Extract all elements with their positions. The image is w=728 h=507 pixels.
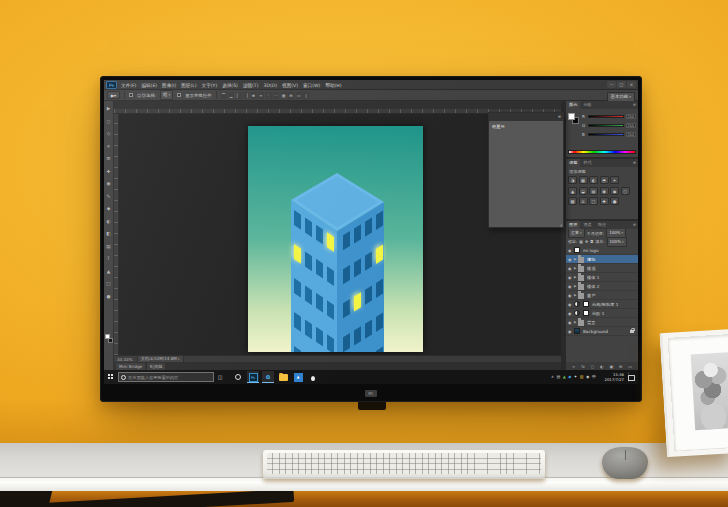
taskbar-app-cortana-circle[interactable] [232,371,244,383]
tray-icon-2[interactable]: ▲ [563,370,566,384]
panel-menu-icon[interactable]: ≡ [558,113,561,121]
adjustment-icon-0-4[interactable]: ✦ [610,176,619,184]
tool-7-icon[interactable]: ✎ [104,191,114,204]
tray-icon-3[interactable]: ◆ [568,370,571,384]
workspace-switcher-button[interactable]: 基本功能 [607,92,635,102]
layer-row-5[interactable]: ◉▶窗户 [566,291,638,300]
menu-item-4[interactable]: 文字(Y) [202,83,218,88]
tool-14-icon[interactable]: □ [104,278,114,291]
adjustment-icon-2-2[interactable]: □ [589,197,598,205]
tool-12-icon[interactable]: T [104,253,114,266]
color-spectrum-ramp[interactable] [568,150,636,155]
channel-value[interactable]: 255 [626,132,636,138]
layer-row-9[interactable]: ◉Background [566,327,638,336]
taskbar-app-edge[interactable]: e [262,371,274,383]
adjustment-icon-2-4[interactable]: ● [610,197,619,205]
align-button-7[interactable]: ⋯ [273,92,279,99]
show-transform-checkbox[interactable] [177,93,181,97]
tray-icon-4[interactable]: ✦ [574,370,577,384]
taskbar-clock[interactable]: 15:38 2017/7/27 [598,372,624,382]
menu-item-10[interactable]: 帮助(H) [325,83,341,88]
align-button-3[interactable]: ▕ [243,92,249,99]
taskbar-app-qq[interactable] [307,371,319,383]
tool-15-icon[interactable]: ● [104,291,114,304]
menu-item-1[interactable]: 编辑(E) [141,83,157,88]
tool-preset-chip[interactable]: ▶▾ [107,91,120,99]
layer-row-1[interactable]: ◉▶建筑 [566,255,638,264]
align-button-9[interactable]: ⊞ [288,92,294,99]
floating-panel-header[interactable]: 信息 ≡ [489,113,563,121]
layer-row-3[interactable]: ◉▶楼体 1 [566,273,638,282]
tool-0-icon[interactable]: ▶ [104,103,114,116]
layer-row-7[interactable]: ◉色阶 1 [566,309,638,318]
adjustment-icon-2-0[interactable]: ▩ [568,197,577,205]
restore-button[interactable]: □ [617,81,626,88]
adjustment-icon-1-2[interactable]: ▤ [589,187,598,195]
auto-select-checkbox[interactable] [129,93,133,97]
foreground-swatch[interactable] [105,334,110,339]
tool-13-icon[interactable]: ▲ [104,266,114,279]
layer-row-4[interactable]: ◉▶楼体 2 [566,282,638,291]
new-layer-icon[interactable]: ⊞ [619,364,622,369]
layer-row-8[interactable]: ◉▶背景 [566,318,638,327]
color-fg-bg-swatch[interactable] [568,113,580,125]
tool-9-icon[interactable]: ◐ [104,216,114,229]
taskbar-app-photos[interactable]: ▲ [292,371,304,383]
tool-6-icon[interactable]: ◉ [104,178,114,191]
channel-value[interactable]: 255 [626,114,636,120]
align-button-10[interactable]: ▭ [296,92,302,99]
auto-select-dropdown[interactable]: 组 [160,90,173,100]
tool-11-icon[interactable]: ▤ [104,241,114,254]
adjustment-icon-1-0[interactable]: ▲ [568,187,577,195]
adjustment-icon-0-0[interactable]: ◑ [568,176,577,184]
layer-row-6[interactable]: ◉色相/饱和度 1 [566,300,638,309]
tool-4-icon[interactable]: ⊞ [104,153,114,166]
mini-bridge-tab[interactable]: Mini Bridge [116,363,145,370]
align-button-6[interactable]: ⋮ [266,92,272,99]
tray-icon-5[interactable]: ▥ [580,370,584,384]
start-button[interactable] [104,370,118,384]
floating-info-panel[interactable]: 信息 ≡ 不可用 [488,112,564,228]
adjust-tab-0[interactable]: 调整 [566,159,580,167]
align-button-4[interactable]: ≡ [251,92,257,99]
menu-item-2[interactable]: 图像(I) [162,83,176,88]
adjustment-icon-1-4[interactable]: ◆ [610,187,619,195]
close-button[interactable]: × [627,81,636,88]
align-button-1[interactable]: ▁ [228,92,234,99]
taskbar-app-photoshop[interactable]: Ps [247,371,259,383]
task-view-button[interactable]: ◫ [214,374,226,380]
taskbar-app-folder[interactable] [277,371,289,383]
tool-5-icon[interactable]: ✚ [104,166,114,179]
action-center-icon[interactable] [628,372,636,382]
menu-item-5[interactable]: 选择(S) [222,83,238,88]
menu-item-8[interactable]: 视图(V) [282,83,298,88]
cortana-search-box[interactable]: 在这里输入你要搜索的内容 [118,372,214,382]
layer-row-2[interactable]: ◉▶楼顶 [566,264,638,273]
channel-slider[interactable] [588,115,624,119]
adjust-tab-1[interactable]: 样式 [580,159,594,167]
lock-pixels-icon[interactable]: ▦ [579,239,583,244]
fx-icon[interactable]: fx [581,364,585,369]
tool-1-icon[interactable]: ◻ [104,116,114,129]
layers-tab-0[interactable]: 图层 [566,221,580,229]
group-icon[interactable]: ▣ [609,364,613,369]
tool-3-icon[interactable]: ✳ [104,141,114,154]
align-button-0[interactable]: ▔ [221,92,227,99]
menu-item-6[interactable]: 滤镜(T) [243,83,259,88]
link-icon[interactable]: ∞ [572,364,575,369]
tray-icon-0[interactable]: ∧ [551,370,554,384]
align-button-8[interactable]: ▦ [281,92,287,99]
tray-icon-1[interactable]: ▤ [556,370,560,384]
layers-tab-1[interactable]: 通道 [580,221,594,229]
align-button-11[interactable]: ▯ [303,92,309,99]
color-tab-1[interactable]: 色板 [580,101,594,109]
channel-value[interactable]: 255 [626,123,636,129]
lock-move-icon[interactable]: ✥ [585,239,588,244]
channel-slider[interactable] [588,124,624,128]
lock-all-icon[interactable]: ◘ [590,239,593,244]
minimize-button[interactable]: — [607,81,616,88]
menu-item-7[interactable]: 3D(D) [263,83,277,88]
layer-row-0[interactable]: ◉mi logo [566,246,638,255]
menu-item-0[interactable]: 文件(F) [121,83,136,88]
adjustment-icon-1-3[interactable]: ◉ [600,187,609,195]
